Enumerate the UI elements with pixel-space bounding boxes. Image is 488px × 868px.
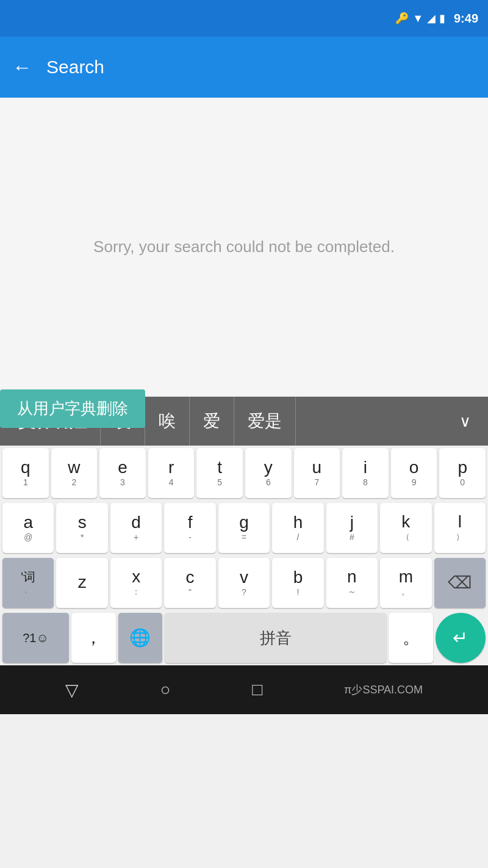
key-e[interactable]: e3 [99,448,146,498]
key-f[interactable]: f- [164,503,215,553]
main-content: Sorry, your search could not be complete… [0,98,488,397]
status-bar: 🔑 ▼ ◢ ▮ 9:49 [0,0,488,37]
home-nav-button[interactable]: ○ [160,680,171,700]
key-b[interactable]: b! [272,558,323,608]
status-time: 9:49 [454,12,478,26]
keyboard-row-2: a@ s* d+ f- g= h/ j# k（ l） [0,501,488,555]
key-g[interactable]: g= [218,503,270,553]
key-m[interactable]: m。 [380,558,431,608]
keyboard-row-1: q1 w2 e3 r4 t5 y6 u7 i8 o9 p0 [0,446,488,501]
key-ci[interactable]: '词、 [2,558,54,608]
key-l[interactable]: l） [434,503,486,553]
key-d[interactable]: d+ [110,503,162,553]
suggestion-item-2[interactable]: 唉 [145,397,190,446]
key-t[interactable]: t5 [196,448,243,498]
key-comma[interactable]: ， [71,613,116,663]
key-o[interactable]: o9 [391,448,437,498]
signal-icon: ◢ [427,12,436,25]
key-s[interactable]: s* [56,503,107,553]
key-u[interactable]: u7 [294,448,340,498]
key-x[interactable]: x： [110,558,162,608]
key-c[interactable]: c" [164,558,215,608]
watermark: π少SSPAI.COM [344,682,423,697]
app-bar: ← Search [0,37,488,98]
enter-key[interactable]: ↵ [436,613,486,663]
bottom-nav: ▽ ○ □ π少SSPAI.COM [0,665,488,714]
key-period[interactable]: 。 [389,613,433,663]
key-v[interactable]: v? [218,558,270,608]
back-button[interactable]: ← [12,56,32,79]
expand-suggestions-button[interactable]: ∨ [447,412,483,431]
key-globe[interactable]: 🌐 [118,613,163,663]
key-r[interactable]: r4 [148,448,195,498]
key-w[interactable]: w2 [51,448,98,498]
suggestion-item-4[interactable]: 爱是 [234,397,296,446]
key-k[interactable]: k（ [380,503,431,553]
status-icons: 🔑 ▼ ◢ ▮ [395,12,445,25]
key-j[interactable]: j# [326,503,378,553]
key-a[interactable]: a@ [2,503,54,553]
suggestion-item-3[interactable]: 爱 [190,397,234,446]
battery-icon: ▮ [439,12,445,25]
backspace-key[interactable]: ⌫ [434,558,486,608]
keyboard-row-3: '词、 z x： c" v? b! n～ m。 ⌫ [0,555,488,610]
error-message: Sorry, your search could not be complete… [69,237,419,256]
key-i[interactable]: i8 [342,448,389,498]
key-p[interactable]: p0 [439,448,486,498]
key-h[interactable]: h/ [272,503,323,553]
key-n[interactable]: n～ [326,558,378,608]
vpn-icon: 🔑 [395,12,409,25]
keyboard-row-4: ?1☺ ， 🌐 拼音 。 ↵ [0,610,488,665]
ime-tooltip[interactable]: 从用户字典删除 [0,389,145,428]
space-key[interactable]: 拼音 [165,613,386,663]
key-q[interactable]: q1 [2,448,49,498]
key-symbols[interactable]: ?1☺ [2,613,69,663]
page-title: Search [46,57,104,78]
back-nav-button[interactable]: ▽ [65,680,79,700]
key-z[interactable]: z [56,558,107,608]
recent-nav-button[interactable]: □ [252,680,262,700]
wifi-icon: ▼ [412,12,423,25]
key-y[interactable]: y6 [245,448,292,498]
